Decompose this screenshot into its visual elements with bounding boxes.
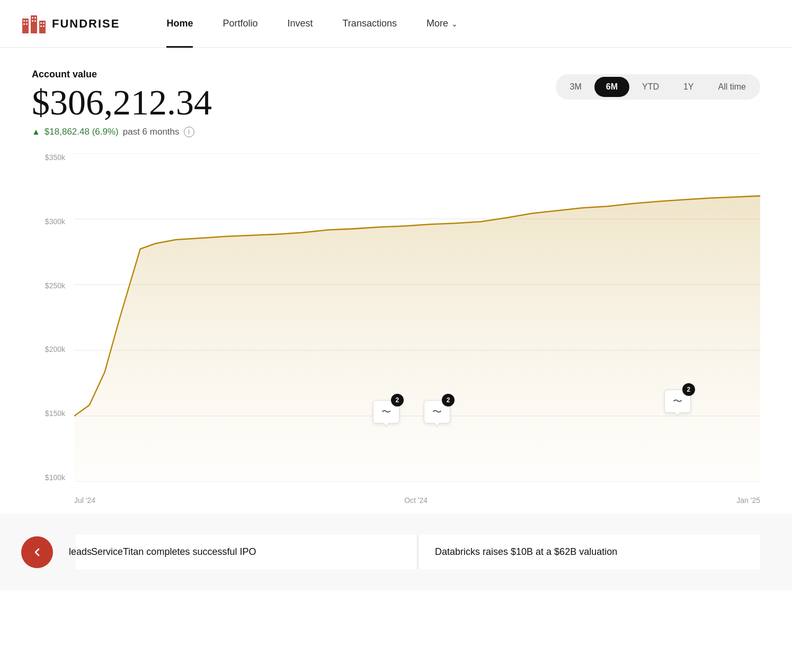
nav-transactions[interactable]: Transactions	[328, 0, 412, 48]
time-btn-ytd[interactable]: YTD	[630, 77, 671, 97]
x-label-jan25: Jan '25	[736, 496, 760, 505]
svg-rect-9	[32, 20, 33, 22]
chart-trend-icon: 〜	[381, 405, 391, 418]
change-period: past 6 months	[123, 127, 180, 137]
account-value-label: Account value	[32, 69, 212, 80]
event-marker-1[interactable]: 〜 2	[373, 400, 399, 423]
y-label-300k: $300k	[32, 217, 72, 226]
event-badge-3: 2	[682, 383, 695, 396]
svg-rect-0	[22, 19, 29, 33]
account-value-section: Account value $306,212.34 ▲ $18,862.48 (…	[32, 69, 212, 137]
event-badge-2: 2	[442, 394, 455, 406]
svg-rect-6	[26, 23, 28, 25]
nav-links: Home Portfolio Invest Transactions More …	[152, 0, 771, 48]
event-badge-1: 2	[391, 394, 404, 406]
logo-area[interactable]: FUNDRISE	[21, 13, 120, 34]
nav-portfolio[interactable]: Portfolio	[208, 0, 272, 48]
event-marker-2[interactable]: 〜 2	[424, 400, 450, 423]
news-title-1: ServiceTitan completes successful IPO	[91, 545, 401, 559]
x-label-jul24: Jul '24	[74, 496, 95, 505]
svg-rect-4	[26, 20, 28, 22]
news-section: leads ServiceTitan completes successful …	[0, 514, 792, 590]
main-content: Account value $306,212.34 ▲ $18,862.48 (…	[0, 48, 792, 514]
news-title-2: Databricks raises $10B at a $62B valuati…	[435, 545, 744, 559]
news-divider	[417, 535, 418, 569]
y-label-350k: $350k	[32, 153, 72, 162]
up-arrow-icon: ▲	[32, 127, 40, 137]
y-label-150k: $150k	[32, 409, 72, 418]
account-value-chart	[74, 153, 760, 482]
news-prev-button[interactable]	[21, 536, 53, 568]
svg-rect-10	[34, 20, 36, 22]
svg-rect-7	[32, 17, 33, 19]
news-partial-text: leads	[69, 546, 92, 558]
svg-rect-11	[40, 22, 42, 24]
svg-rect-14	[43, 25, 45, 27]
nav-invest[interactable]: Invest	[273, 0, 328, 48]
change-amount: $18,862.48 (6.9%)	[45, 127, 119, 137]
nav-more[interactable]: More ⌄	[412, 0, 473, 48]
logo-text: FUNDRISE	[52, 17, 120, 31]
fundrise-logo-icon	[21, 13, 47, 34]
news-item-1[interactable]: ServiceTitan completes successful IPO	[75, 535, 416, 569]
news-left-nav: leads	[32, 535, 74, 569]
info-icon[interactable]: i	[184, 127, 194, 137]
svg-rect-5	[23, 23, 25, 25]
event-marker-3[interactable]: 〜 2	[664, 390, 691, 413]
chart-y-labels: $350k $300k $250k $200k $150k $100k	[32, 153, 72, 482]
navbar: FUNDRISE Home Portfolio Invest Transacti…	[0, 0, 792, 48]
time-btn-1y[interactable]: 1Y	[672, 77, 706, 97]
svg-rect-13	[40, 25, 42, 27]
svg-rect-8	[34, 17, 36, 19]
account-change: ▲ $18,862.48 (6.9%) past 6 months i	[32, 127, 212, 137]
account-header: Account value $306,212.34 ▲ $18,862.48 (…	[32, 69, 760, 137]
y-label-200k: $200k	[32, 345, 72, 353]
time-btn-alltime[interactable]: All time	[707, 77, 758, 97]
x-label-oct24: Oct '24	[404, 496, 428, 505]
nav-home[interactable]: Home	[152, 0, 208, 48]
time-btn-3m[interactable]: 3M	[558, 77, 593, 97]
time-range-selector: 3M 6M YTD 1Y All time	[556, 74, 761, 100]
svg-rect-2	[39, 21, 46, 33]
svg-rect-12	[43, 22, 45, 24]
chart-container: $350k $300k $250k $200k $150k $100k	[32, 153, 760, 514]
y-label-250k: $250k	[32, 281, 72, 290]
svg-rect-1	[31, 15, 37, 33]
chart-trend-icon-2: 〜	[432, 405, 442, 418]
chevron-down-icon: ⌄	[451, 20, 458, 28]
account-value-amount: $306,212.34	[32, 84, 212, 120]
svg-rect-3	[23, 20, 25, 22]
chart-trend-icon-3: 〜	[673, 395, 682, 408]
chevron-left-icon	[32, 547, 42, 558]
chart-x-labels: Jul '24 Oct '24 Jan '25	[74, 487, 760, 514]
y-label-100k: $100k	[32, 473, 72, 482]
time-btn-6m[interactable]: 6M	[594, 77, 629, 97]
news-item-2[interactable]: Databricks raises $10B at a $62B valuati…	[419, 535, 760, 569]
